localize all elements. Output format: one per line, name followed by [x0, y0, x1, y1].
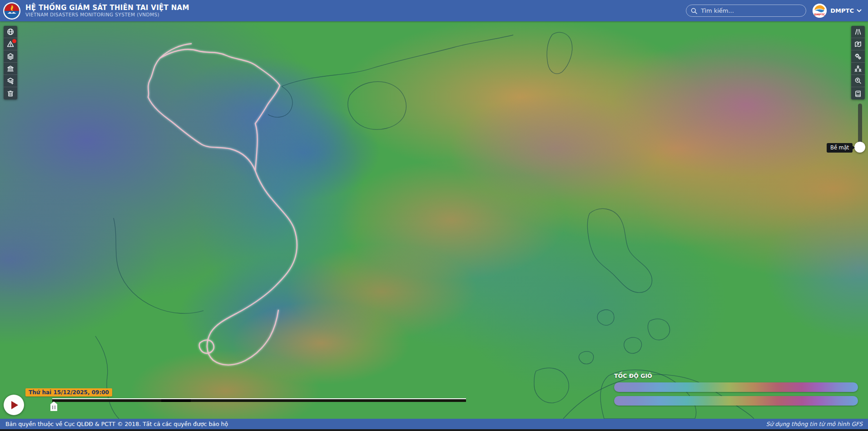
elevation-tooltip: Bề mặt [827, 143, 853, 153]
alerts-button[interactable] [4, 38, 17, 50]
alert-badge [12, 39, 16, 43]
organization-button[interactable] [851, 63, 865, 75]
right-toolbar [851, 26, 865, 99]
copyright-text: Bản quyền thuộc về Cục QLĐĐ & PCTT © 201… [5, 421, 228, 427]
wind-legend-kmh-bar [614, 396, 858, 406]
app-header: HỆ THỐNG GIÁM SÁT THIÊN TAI VIỆT NAM VIE… [0, 0, 868, 21]
logbook-button[interactable] [851, 87, 865, 99]
search-input[interactable] [701, 7, 801, 14]
elevation-slider-knob[interactable] [854, 142, 865, 153]
search-box[interactable] [686, 5, 806, 17]
map-markers-button[interactable] [851, 38, 865, 50]
basemap-button[interactable] [851, 26, 865, 38]
wind-legend-beaufort-bar [614, 382, 858, 392]
globe-icon [7, 28, 14, 35]
org-people-icon [854, 65, 862, 72]
layers-button[interactable] [4, 50, 17, 63]
settings-button[interactable] [851, 50, 865, 63]
svg-text:DMPTC: DMPTC [814, 13, 825, 16]
globe-button[interactable] [4, 26, 17, 38]
user-label: DMPTC [830, 7, 854, 14]
institution-button[interactable] [4, 63, 17, 75]
institution-icon [7, 65, 14, 72]
storm-track[interactable] [0, 21, 868, 419]
search-icon [691, 8, 697, 14]
trash-button[interactable] [4, 87, 17, 99]
logbook-icon [854, 90, 862, 97]
status-bar: Bản quyền thuộc về Cục QLĐĐ & PCTT © 201… [0, 419, 868, 431]
dmptc-avatar: DMPTC [813, 4, 827, 18]
search-location-button[interactable] [851, 75, 865, 87]
trash-icon [7, 90, 14, 97]
gears-icon [854, 53, 862, 60]
app-subtitle: VIETNAM DISASTERS MONITORING SYSTEM (VND… [25, 12, 189, 18]
road-icon [854, 28, 862, 35]
play-icon [11, 401, 18, 409]
user-menu[interactable]: DMPTC DMPTC [813, 4, 862, 18]
current-time-badge: Thứ hai 15/12/2025, 09:00 [25, 388, 112, 396]
app-title: HỆ THỐNG GIÁM SÁT THIÊN TAI VIỆT NAM [25, 4, 189, 12]
wind-legend-title: TỐC ĐỘ GIÓ [614, 372, 859, 379]
vndms-logo [3, 2, 21, 20]
add-layer-icon [7, 77, 14, 84]
wind-legend: TỐC ĐỘ GIÓ [614, 372, 859, 410]
timeline-track[interactable] [52, 398, 466, 402]
left-toolbar [4, 26, 17, 99]
map-canvas[interactable] [0, 21, 868, 419]
map-markers-icon [854, 40, 862, 48]
chevron-down-icon [857, 8, 862, 13]
timeline-loaded-segment [161, 399, 191, 402]
layers-icon [7, 53, 14, 60]
search-location-icon [854, 77, 862, 84]
add-layer-button[interactable] [4, 75, 17, 87]
model-source-text: Sử dụng thông tin từ mô hình GFS [766, 421, 863, 427]
play-button[interactable] [4, 395, 24, 415]
